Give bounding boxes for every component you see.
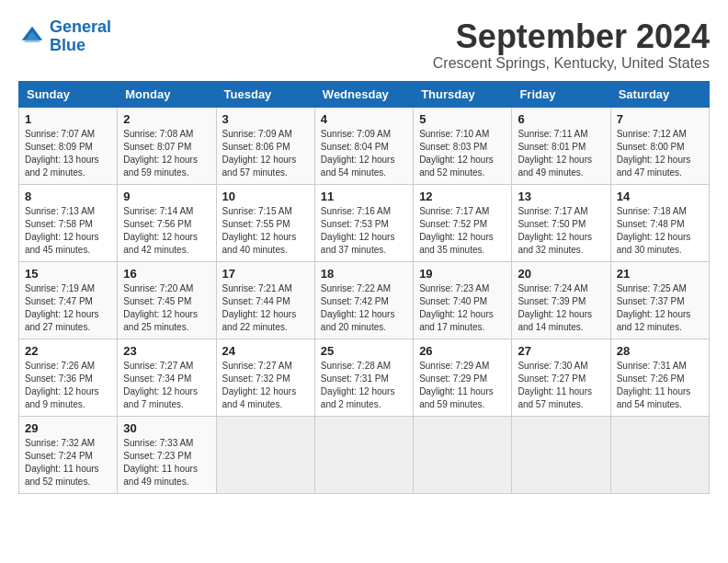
day-number: 17 <box>222 267 309 281</box>
table-row: 15Sunrise: 7:19 AMSunset: 7:47 PMDayligh… <box>19 261 118 339</box>
day-info: Sunrise: 7:27 AMSunset: 7:34 PMDaylight:… <box>123 360 210 411</box>
day-number: 20 <box>518 267 604 281</box>
day-info: Sunrise: 7:29 AMSunset: 7:29 PMDaylight:… <box>419 360 506 411</box>
day-info: Sunrise: 7:25 AMSunset: 7:37 PMDaylight:… <box>617 282 703 334</box>
day-info: Sunrise: 7:32 AMSunset: 7:24 PMDaylight:… <box>25 437 111 488</box>
table-row: 8Sunrise: 7:13 AMSunset: 7:58 PMDaylight… <box>19 184 118 261</box>
day-info: Sunrise: 7:17 AMSunset: 7:50 PMDaylight:… <box>518 205 604 257</box>
day-info: Sunrise: 7:12 AMSunset: 8:00 PMDaylight:… <box>617 128 703 179</box>
table-row: 29Sunrise: 7:32 AMSunset: 7:24 PMDayligh… <box>19 416 118 493</box>
day-info: Sunrise: 7:18 AMSunset: 7:48 PMDaylight:… <box>617 205 703 257</box>
calendar-week-row: 8Sunrise: 7:13 AMSunset: 7:58 PMDaylight… <box>19 184 710 261</box>
col-thursday: Thursday <box>414 81 512 107</box>
table-row: 30Sunrise: 7:33 AMSunset: 7:23 PMDayligh… <box>118 416 216 493</box>
day-number: 1 <box>25 112 111 126</box>
day-info: Sunrise: 7:07 AMSunset: 8:09 PMDaylight:… <box>25 128 111 179</box>
calendar-header-row: Sunday Monday Tuesday Wednesday Thursday… <box>19 81 710 107</box>
table-row <box>414 416 512 493</box>
table-row: 14Sunrise: 7:18 AMSunset: 7:48 PMDayligh… <box>610 184 709 261</box>
day-info: Sunrise: 7:22 AMSunset: 7:42 PMDaylight:… <box>321 282 407 334</box>
day-info: Sunrise: 7:17 AMSunset: 7:52 PMDaylight:… <box>419 205 506 257</box>
day-info: Sunrise: 7:15 AMSunset: 7:55 PMDaylight:… <box>222 205 309 257</box>
calendar-week-row: 29Sunrise: 7:32 AMSunset: 7:24 PMDayligh… <box>19 416 710 493</box>
logo-icon <box>18 23 46 51</box>
day-number: 22 <box>25 344 111 358</box>
title-area: September 2024 Crescent Springs, Kentuck… <box>433 18 710 72</box>
table-row <box>610 416 709 493</box>
day-info: Sunrise: 7:24 AMSunset: 7:39 PMDaylight:… <box>518 282 604 334</box>
table-row <box>216 416 314 493</box>
day-number: 11 <box>321 190 407 203</box>
day-info: Sunrise: 7:21 AMSunset: 7:44 PMDaylight:… <box>222 282 309 334</box>
table-row: 12Sunrise: 7:17 AMSunset: 7:52 PMDayligh… <box>414 184 512 261</box>
day-number: 27 <box>518 344 604 358</box>
table-row <box>314 416 413 493</box>
day-info: Sunrise: 7:27 AMSunset: 7:32 PMDaylight:… <box>222 360 309 411</box>
table-row: 25Sunrise: 7:28 AMSunset: 7:31 PMDayligh… <box>314 339 413 416</box>
day-number: 2 <box>123 112 210 126</box>
logo: General Blue <box>18 18 111 55</box>
day-number: 30 <box>123 421 210 435</box>
col-monday: Monday <box>118 81 216 107</box>
calendar-subtitle: Crescent Springs, Kentucky, United State… <box>433 55 710 72</box>
table-row: 27Sunrise: 7:30 AMSunset: 7:27 PMDayligh… <box>512 339 610 416</box>
calendar-week-row: 22Sunrise: 7:26 AMSunset: 7:36 PMDayligh… <box>19 339 710 416</box>
table-row: 28Sunrise: 7:31 AMSunset: 7:26 PMDayligh… <box>610 339 709 416</box>
day-number: 10 <box>222 190 309 203</box>
day-info: Sunrise: 7:09 AMSunset: 8:06 PMDaylight:… <box>222 128 309 179</box>
col-sunday: Sunday <box>19 81 118 107</box>
table-row: 11Sunrise: 7:16 AMSunset: 7:53 PMDayligh… <box>314 184 413 261</box>
table-row: 1Sunrise: 7:07 AMSunset: 8:09 PMDaylight… <box>19 107 118 184</box>
day-info: Sunrise: 7:11 AMSunset: 8:01 PMDaylight:… <box>518 128 604 179</box>
day-number: 28 <box>617 344 703 358</box>
table-row: 21Sunrise: 7:25 AMSunset: 7:37 PMDayligh… <box>610 261 709 339</box>
day-info: Sunrise: 7:30 AMSunset: 7:27 PMDaylight:… <box>518 360 604 411</box>
day-number: 3 <box>222 112 309 126</box>
table-row: 3Sunrise: 7:09 AMSunset: 8:06 PMDaylight… <box>216 107 314 184</box>
table-row <box>512 416 610 493</box>
day-number: 25 <box>321 344 407 358</box>
table-row: 4Sunrise: 7:09 AMSunset: 8:04 PMDaylight… <box>314 107 413 184</box>
day-info: Sunrise: 7:08 AMSunset: 8:07 PMDaylight:… <box>123 128 210 179</box>
table-row: 5Sunrise: 7:10 AMSunset: 8:03 PMDaylight… <box>414 107 512 184</box>
day-number: 26 <box>419 344 506 358</box>
calendar-week-row: 15Sunrise: 7:19 AMSunset: 7:47 PMDayligh… <box>19 261 710 339</box>
day-info: Sunrise: 7:20 AMSunset: 7:45 PMDaylight:… <box>123 282 210 334</box>
day-info: Sunrise: 7:19 AMSunset: 7:47 PMDaylight:… <box>25 282 111 334</box>
day-info: Sunrise: 7:23 AMSunset: 7:40 PMDaylight:… <box>419 282 506 334</box>
table-row: 9Sunrise: 7:14 AMSunset: 7:56 PMDaylight… <box>118 184 216 261</box>
day-info: Sunrise: 7:10 AMSunset: 8:03 PMDaylight:… <box>419 128 506 179</box>
page-header: General Blue September 2024 Crescent Spr… <box>18 18 710 72</box>
day-number: 18 <box>321 267 407 281</box>
table-row: 10Sunrise: 7:15 AMSunset: 7:55 PMDayligh… <box>216 184 314 261</box>
day-info: Sunrise: 7:13 AMSunset: 7:58 PMDaylight:… <box>25 205 111 257</box>
table-row: 16Sunrise: 7:20 AMSunset: 7:45 PMDayligh… <box>118 261 216 339</box>
table-row: 2Sunrise: 7:08 AMSunset: 8:07 PMDaylight… <box>118 107 216 184</box>
logo-text: General Blue <box>50 18 111 55</box>
table-row: 20Sunrise: 7:24 AMSunset: 7:39 PMDayligh… <box>512 261 610 339</box>
day-number: 16 <box>123 267 210 281</box>
table-row: 18Sunrise: 7:22 AMSunset: 7:42 PMDayligh… <box>314 261 413 339</box>
day-info: Sunrise: 7:16 AMSunset: 7:53 PMDaylight:… <box>321 205 407 257</box>
day-info: Sunrise: 7:14 AMSunset: 7:56 PMDaylight:… <box>123 205 210 257</box>
day-number: 12 <box>419 190 506 203</box>
day-number: 24 <box>222 344 309 358</box>
table-row: 6Sunrise: 7:11 AMSunset: 8:01 PMDaylight… <box>512 107 610 184</box>
col-tuesday: Tuesday <box>216 81 314 107</box>
day-number: 14 <box>617 190 703 203</box>
table-row: 17Sunrise: 7:21 AMSunset: 7:44 PMDayligh… <box>216 261 314 339</box>
table-row: 19Sunrise: 7:23 AMSunset: 7:40 PMDayligh… <box>414 261 512 339</box>
day-info: Sunrise: 7:09 AMSunset: 8:04 PMDaylight:… <box>321 128 407 179</box>
day-number: 6 <box>518 112 604 126</box>
table-row: 23Sunrise: 7:27 AMSunset: 7:34 PMDayligh… <box>118 339 216 416</box>
day-info: Sunrise: 7:26 AMSunset: 7:36 PMDaylight:… <box>25 360 111 411</box>
day-number: 21 <box>617 267 703 281</box>
col-wednesday: Wednesday <box>314 81 413 107</box>
table-row: 13Sunrise: 7:17 AMSunset: 7:50 PMDayligh… <box>512 184 610 261</box>
day-number: 19 <box>419 267 506 281</box>
calendar-week-row: 1Sunrise: 7:07 AMSunset: 8:09 PMDaylight… <box>19 107 710 184</box>
day-number: 29 <box>25 421 111 435</box>
day-number: 4 <box>321 112 407 126</box>
table-row: 7Sunrise: 7:12 AMSunset: 8:00 PMDaylight… <box>610 107 709 184</box>
day-number: 13 <box>518 190 604 203</box>
